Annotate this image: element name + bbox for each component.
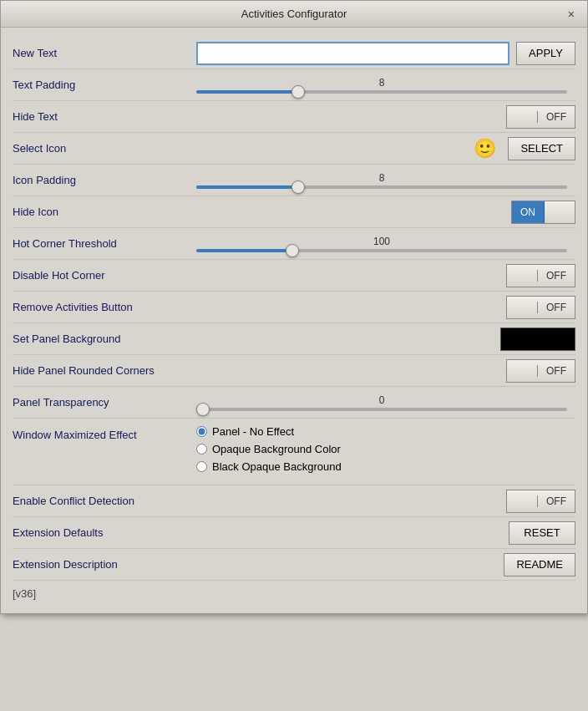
enable-conflict-detection-toggle-label: OFF [537, 495, 575, 507]
icon-padding-slider[interactable] [196, 185, 567, 189]
hot-corner-threshold-control: 100 [196, 236, 575, 252]
select-icon-label: Select Icon [13, 142, 196, 155]
titlebar: Activities Configurator × [1, 1, 587, 28]
window-title: Activities Configurator [241, 8, 347, 20]
remove-activities-button-toggle-label: OFF [537, 302, 575, 313]
disable-hot-corner-label: Disable Hot Corner [13, 269, 196, 282]
apply-button[interactable]: APPLY [516, 42, 575, 65]
remove-activities-button-label: Remove Activities Button [13, 301, 196, 313]
extension-description-readme-button[interactable]: README [504, 553, 575, 576]
select-icon-button[interactable]: SELECT [508, 137, 575, 160]
hide-panel-rounded-corners-toggle[interactable]: OFF [506, 359, 575, 383]
close-button[interactable]: × [564, 6, 579, 23]
extension-defaults-reset-button[interactable]: RESET [509, 521, 575, 545]
set-panel-background-control [196, 328, 575, 351]
text-padding-label: Text Padding [13, 79, 196, 91]
hide-icon-toggle-label: ON [512, 201, 545, 223]
icon-padding-slider-container: 8 [196, 172, 575, 189]
hide-icon-control: ON [196, 201, 575, 224]
set-panel-background-row: Set Panel Background [13, 323, 575, 355]
icon-padding-control: 8 [196, 172, 575, 189]
version-row: [v36] [13, 581, 575, 603]
wme-option-3-label: Black Opaque Background [212, 460, 342, 473]
remove-activities-button-control: OFF [196, 296, 575, 319]
extension-defaults-label: Extension Defaults [13, 526, 196, 539]
panel-transparency-slider-container: 0 [196, 394, 575, 411]
new-text-label: New Text [13, 47, 196, 59]
extension-defaults-row: Extension Defaults RESET [13, 517, 575, 549]
wme-option-1-label: Panel - No Effect [212, 425, 294, 438]
extension-description-label: Extension Description [13, 558, 196, 571]
window-maximized-effect-control: Panel - No Effect Opaque Background Colo… [196, 425, 575, 473]
hide-panel-rounded-corners-control: OFF [196, 359, 575, 383]
panel-transparency-slider[interactable] [196, 408, 567, 411]
text-padding-row: Text Padding 8 [13, 69, 575, 101]
new-text-row: New Text APPLY [13, 38, 575, 69]
enable-conflict-detection-label: Enable Conflict Detection [13, 495, 196, 507]
disable-hot-corner-toggle[interactable]: OFF [506, 264, 575, 287]
hide-text-toggle[interactable]: OFF [506, 105, 575, 129]
wme-radio-2[interactable] [196, 444, 207, 455]
select-icon-row: Select Icon 🙂 SELECT [13, 133, 575, 165]
icon-padding-row: Icon Padding 8 [13, 165, 575, 196]
disable-hot-corner-control: OFF [196, 264, 575, 287]
enable-conflict-detection-control: OFF [196, 490, 575, 513]
new-text-control: APPLY [196, 42, 575, 65]
disable-hot-corner-toggle-label: OFF [537, 270, 575, 282]
hot-corner-threshold-row: Hot Corner Threshold 100 [13, 228, 575, 260]
hide-text-control: OFF [196, 105, 575, 129]
main-window: Activities Configurator × New Text APPLY… [0, 0, 588, 614]
wme-option-2[interactable]: Opaque Background Color [196, 443, 341, 455]
wme-radio-1[interactable] [196, 426, 207, 437]
hide-panel-rounded-corners-row: Hide Panel Rounded Corners OFF [13, 355, 575, 387]
select-icon-control: 🙂 SELECT [196, 137, 575, 160]
hide-icon-label: Hide Icon [13, 206, 196, 218]
enable-conflict-detection-toggle[interactable]: OFF [506, 490, 575, 513]
enable-conflict-detection-row: Enable Conflict Detection OFF [13, 485, 575, 517]
wme-radio-3[interactable] [196, 461, 207, 472]
disable-hot-corner-row: Disable Hot Corner OFF [13, 260, 575, 292]
wme-option-2-label: Opaque Background Color [212, 443, 341, 455]
window-maximized-effect-label: Window Maximized Effect [13, 425, 196, 441]
hide-text-row: Hide Text OFF [13, 101, 575, 133]
extension-description-control: README [196, 553, 575, 576]
panel-background-color-swatch[interactable] [500, 328, 575, 351]
text-padding-slider-container: 8 [196, 77, 575, 94]
version-label: [v36] [13, 587, 36, 600]
hot-corner-threshold-slider-container: 100 [196, 236, 575, 252]
hot-corner-threshold-label: Hot Corner Threshold [13, 237, 196, 250]
text-padding-slider[interactable] [196, 90, 567, 94]
hide-icon-toggle[interactable]: ON [511, 201, 575, 224]
new-text-input[interactable] [196, 42, 509, 65]
extension-description-row: Extension Description README [13, 549, 575, 581]
hide-text-toggle-label: OFF [537, 111, 575, 123]
set-panel-background-label: Set Panel Background [13, 333, 196, 345]
text-padding-control: 8 [196, 77, 575, 94]
extension-defaults-control: RESET [196, 521, 575, 545]
icon-padding-label: Icon Padding [13, 174, 196, 186]
hide-panel-rounded-corners-toggle-label: OFF [537, 365, 575, 377]
current-icon-emoji: 🙂 [474, 138, 496, 160]
panel-transparency-control: 0 [196, 394, 575, 411]
wme-option-1[interactable]: Panel - No Effect [196, 425, 294, 438]
panel-transparency-row: Panel Transparency 0 [13, 387, 575, 419]
remove-activities-button-toggle[interactable]: OFF [506, 296, 575, 319]
content-area: New Text APPLY Text Padding 8 Hide Text [1, 28, 587, 613]
window-maximized-effect-row: Window Maximized Effect Panel - No Effec… [13, 419, 575, 485]
panel-transparency-label: Panel Transparency [13, 396, 196, 409]
hide-icon-row: Hide Icon ON [13, 196, 575, 228]
remove-activities-button-row: Remove Activities Button OFF [13, 292, 575, 323]
wme-option-3[interactable]: Black Opaque Background [196, 460, 342, 473]
hide-panel-rounded-corners-label: Hide Panel Rounded Corners [13, 364, 196, 377]
hot-corner-threshold-slider[interactable] [196, 249, 567, 252]
hide-text-label: Hide Text [13, 110, 196, 123]
